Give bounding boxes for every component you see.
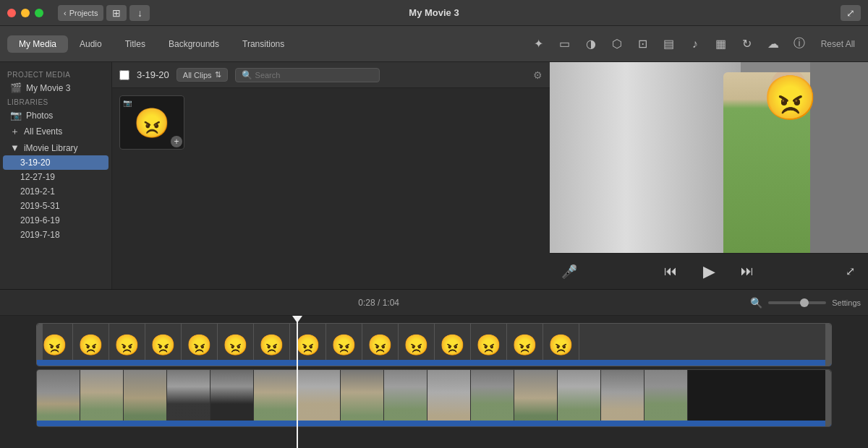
sidebar-item-2019-7-18[interactable]: 2019-7-18 (3, 228, 109, 242)
video-cell (297, 369, 341, 427)
track-right-handle[interactable] (825, 324, 831, 366)
emoji-thumb-display: 😠 (134, 108, 170, 137)
tab-audio[interactable]: Audio (68, 35, 114, 53)
chevron-left-icon: ‹ (64, 9, 67, 17)
film-reel-icon: 🎬 (10, 82, 22, 93)
playhead[interactable] (297, 316, 298, 448)
tab-transitions[interactable]: Transitions (231, 35, 296, 53)
tab-titles[interactable]: Titles (114, 35, 157, 53)
toolbar: My Media Audio Titles Backgrounds Transi… (0, 26, 868, 62)
crop-icon[interactable]: ⊡ (633, 34, 653, 54)
traffic-lights (7, 9, 43, 17)
titlebar: ‹ Projects ⊞ ↓ My Movie 3 ⤢ (0, 0, 868, 26)
clip-filter-selector[interactable]: All Clips ⇅ (176, 68, 228, 82)
preview-emoji-overlay: 😠 (763, 77, 817, 120)
cloud-icon[interactable]: ☁ (763, 34, 783, 54)
preview-video: 😠 (550, 62, 868, 253)
tab-my-media[interactable]: My Media (7, 35, 68, 53)
close-button[interactable] (7, 9, 16, 17)
video-cell (644, 369, 688, 427)
back-nav: ‹ Projects ⊞ ↓ (58, 5, 150, 21)
media-folder-title: 3-19-20 (137, 69, 169, 80)
chevron-up-down-icon: ⇅ (215, 70, 221, 79)
timeline-settings-label[interactable]: Settings (832, 298, 861, 307)
sidebar: PROJECT MEDIA 🎬 My Movie 3 LIBRARIES 📷 P… (0, 62, 112, 289)
video-cell (80, 369, 124, 427)
libraries-label: LIBRARIES (0, 95, 111, 108)
sidebar-item-3-19-20[interactable]: 3-19-20 (3, 155, 109, 170)
sidebar-item-imovie-library[interactable]: ▼ iMovie Library (3, 140, 109, 155)
video-track-right-handle[interactable] (825, 370, 831, 426)
speed-icon[interactable]: ↻ (737, 34, 757, 54)
search-input[interactable] (255, 71, 373, 79)
skip-back-button[interactable]: ⏮ (660, 261, 681, 283)
video-cell (384, 369, 427, 427)
film-icon[interactable]: ▤ (659, 34, 679, 54)
sidebar-item-2019-6-19[interactable]: 2019-6-19 (3, 213, 109, 228)
preview-panel: 😠 🎤 ⏮ ▶ ⏭ ⤢ (550, 62, 868, 289)
sidebar-item-2019-2-1[interactable]: 2019-2-1 (3, 184, 109, 199)
zoom-thumb (800, 298, 809, 307)
video-cell (601, 369, 644, 427)
window-title: My Movie 3 (409, 7, 459, 18)
emoji-track: 😠 😠 😠 😠 😠 😠 😠 😠 😠 😠 😠 😠 😠 😠 😠 (36, 323, 832, 366)
video-cell (254, 369, 297, 427)
sidebar-item-photos[interactable]: 📷 Photos (3, 108, 109, 123)
select-all-checkbox[interactable] (119, 70, 129, 80)
project-media-label: PROJECT MEDIA (0, 68, 111, 80)
playhead-top (292, 316, 302, 323)
rectangle-select-icon[interactable]: ▭ (555, 34, 575, 54)
timeline-header: 0:28 / 1:04 🔍 Settings (0, 290, 868, 316)
video-track-bar (37, 421, 831, 426)
grid-view-button[interactable]: ⊞ (106, 5, 127, 21)
add-icon: ＋ (10, 125, 20, 138)
mic-button[interactable]: 🎤 (558, 261, 580, 283)
audio-icon[interactable]: ♪ (685, 34, 705, 54)
media-header: 3-19-20 All Clips ⇅ 🔍 ⚙ (112, 62, 550, 88)
download-button[interactable]: ↓ (129, 5, 150, 21)
triangle-down-icon: ▼ (10, 142, 20, 153)
timeline-tracks: 😠 😠 😠 😠 😠 😠 😠 😠 😠 😠 😠 😠 😠 😠 😠 (0, 316, 868, 448)
video-cell (167, 369, 210, 427)
timeline-time: 0:28 / 1:04 (7, 298, 750, 308)
video-cell (558, 369, 601, 427)
tab-group: My Media Audio Titles Backgrounds Transi… (7, 35, 296, 53)
total-time: 1:04 (383, 298, 399, 308)
add-to-project-button[interactable]: + (171, 136, 182, 147)
zoom-slider[interactable] (768, 301, 826, 304)
magic-wand-icon[interactable]: ✦ (529, 34, 549, 54)
info-icon[interactable]: ⓘ (789, 34, 809, 54)
chart-icon[interactable]: ▦ (711, 34, 731, 54)
reset-all-button[interactable]: Reset All (815, 36, 861, 52)
media-settings-icon[interactable]: ⚙ (533, 69, 542, 81)
fullscreen-button[interactable] (35, 9, 43, 17)
tab-backgrounds[interactable]: Backgrounds (157, 35, 231, 53)
sidebar-item-12-27-19[interactable]: 12-27-19 (3, 170, 109, 184)
emoji-track-bar (37, 360, 831, 366)
media-thumbnail[interactable]: 📷 😠 + (119, 95, 184, 150)
video-cell (514, 369, 558, 427)
color-wheel-icon[interactable]: ◑ (581, 34, 601, 54)
camera-icon[interactable]: ⬡ (607, 34, 627, 54)
zoom-out-icon[interactable]: 🔍 (750, 297, 762, 309)
media-area: 3-19-20 All Clips ⇅ 🔍 ⚙ 📷 😠 + (112, 62, 550, 289)
timeline: 0:28 / 1:04 🔍 Settings 😠 😠 😠 😠 😠 😠 😠 (0, 289, 868, 448)
video-cell (210, 369, 254, 427)
search-icon: 🔍 (242, 70, 252, 80)
video-cell (124, 369, 167, 427)
search-box: 🔍 (235, 68, 380, 82)
video-cell (471, 369, 514, 427)
photos-icon: 📷 (10, 110, 22, 121)
camera-small-icon: 📷 (123, 99, 132, 107)
projects-back-button[interactable]: ‹ Projects (58, 5, 103, 21)
expand-preview-button[interactable]: ⤢ (839, 261, 861, 283)
sidebar-item-2019-5-31[interactable]: 2019-5-31 (3, 199, 109, 213)
sidebar-item-project[interactable]: 🎬 My Movie 3 (3, 80, 109, 95)
fullscreen-expand-button[interactable]: ⤢ (841, 5, 861, 21)
play-pause-button[interactable]: ▶ (696, 259, 722, 285)
minimize-button[interactable] (21, 9, 30, 17)
video-cell (341, 369, 384, 427)
sidebar-item-all-events[interactable]: ＋ All Events (3, 123, 109, 140)
skip-forward-button[interactable]: ⏭ (736, 261, 758, 283)
main-area: PROJECT MEDIA 🎬 My Movie 3 LIBRARIES 📷 P… (0, 62, 868, 289)
